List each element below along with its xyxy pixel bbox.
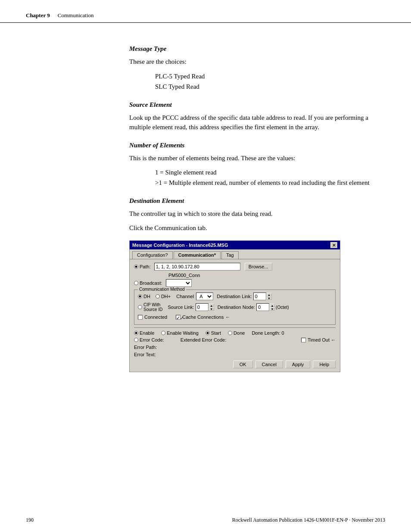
dest-node-up[interactable]: ▲ [270, 304, 275, 307]
section-destination-element: Destination Element The controller tag i… [129, 197, 385, 233]
dest-node-input[interactable] [256, 303, 269, 311]
page-footer: 190 Rockwell Automation Publication 1426… [0, 517, 411, 523]
tab-configuration[interactable]: Configuration? [132, 251, 173, 259]
click-comm-tab-text: Click the Communication tab. [129, 223, 385, 233]
path-radio[interactable]: Path: [134, 264, 151, 269]
connected-check-box [138, 315, 143, 320]
channel-select[interactable]: A [196, 292, 213, 300]
section-message-type: Message Type These are the choices: PLC-… [129, 45, 385, 92]
enable-label: Enable [140, 330, 154, 336]
broadcast-radio[interactable]: Broadcast: [134, 280, 162, 286]
page-header: Chapter 9 Communication [0, 0, 411, 23]
cache-checkbox[interactable]: ✓ Cache Connections [176, 314, 224, 320]
dest-node-label: Destination Node: [218, 305, 255, 310]
done-radio[interactable]: Done [228, 330, 245, 336]
error-text-row: Error Text: [134, 352, 336, 357]
timed-out-checkbox[interactable]: Timed Out ← [301, 337, 336, 342]
publication-info: Rockwell Automation Publication 1426-UM0… [232, 517, 385, 523]
enable-waiting-label: Enable Waiting [167, 330, 199, 336]
path-subvalue: PM5000_Conn [168, 273, 200, 278]
dialog-titlebar: Message Configuration - Instance625.MSG … [130, 241, 340, 249]
dh-plus-radio-circle [156, 294, 160, 299]
status-row: Enable Enable Waiting Start Done Done Le… [134, 330, 336, 336]
error-path-label: Error Path: [134, 345, 157, 350]
list-item: PLC-5 Typed Read [155, 71, 385, 81]
connected-label: Connected [144, 314, 167, 320]
done-length-label: Done Length: 0 [252, 330, 284, 336]
number-elements-list: 1 = Single element read >1 = Multiple el… [155, 167, 385, 188]
tab-tag[interactable]: Tag [221, 251, 239, 259]
enable-waiting-radio[interactable]: Enable Waiting [161, 330, 199, 336]
octet-label: (Octet) [276, 305, 289, 310]
start-label: Start [211, 330, 221, 336]
number-elements-intro: This is the number of elements being rea… [129, 153, 385, 163]
browse-button[interactable]: Browse... [245, 263, 272, 271]
list-item: SLC Typed Read [155, 81, 385, 92]
source-element-text: Look up the PCCC address of the specific… [129, 113, 385, 132]
list-item: >1 = Multiple element read, number of el… [155, 177, 385, 188]
done-label: Done [234, 330, 245, 336]
path-label: Path: [140, 264, 151, 269]
cip-radio-circle [138, 305, 142, 309]
connected-checkbox[interactable]: Connected [138, 314, 167, 320]
source-link-input[interactable] [196, 303, 209, 311]
dest-link-up[interactable]: ▲ [267, 293, 272, 296]
dh-row: DH DH+ Channel A Destination Link: ▲ ▼ [138, 292, 332, 300]
separator [134, 327, 336, 328]
dh-plus-radio[interactable]: DH+ [156, 294, 171, 299]
section-label: Communication [58, 12, 94, 19]
channel-label: Channel [176, 294, 194, 299]
start-radio[interactable]: Start [206, 330, 221, 336]
message-type-intro: These are the choices: [129, 57, 385, 67]
chapter-label: Chapter 9 [26, 12, 50, 19]
dh-radio-circle [138, 294, 142, 299]
comm-method-label: Communication Method [138, 287, 186, 292]
dest-link-down[interactable]: ▼ [267, 296, 272, 300]
cache-label: Cache Connections [182, 314, 224, 320]
source-link-down[interactable]: ▼ [209, 307, 214, 311]
timed-out-check-box [301, 338, 306, 342]
path-subvalue-row: PM5000_Conn [134, 273, 336, 278]
tab-communication[interactable]: Communication* [174, 251, 221, 259]
heading-source-element: Source Element [129, 101, 385, 109]
cancel-button[interactable]: Cancel [255, 361, 283, 368]
broadcast-radio-circle [134, 281, 138, 285]
enable-radio-circle [134, 331, 138, 335]
dialog-title: Message Configuration - Instance625.MSG [132, 243, 228, 248]
timed-out-label: Timed Out ← [308, 337, 336, 342]
broadcast-row: Broadcast: [134, 279, 336, 287]
cip-row: CIP WithSource ID Source Link: ▲ ▼ Desti… [138, 302, 332, 312]
page-number: 190 [26, 517, 34, 523]
close-icon[interactable]: ✕ [330, 242, 337, 248]
cache-arrow: ← [225, 314, 230, 320]
error-code-radio[interactable]: Error Code: [134, 337, 164, 342]
broadcast-label: Broadcast: [140, 280, 162, 286]
error-code-circle [134, 338, 138, 342]
dest-link-input[interactable] [253, 292, 266, 300]
start-radio-circle [206, 331, 210, 335]
path-radio-circle [134, 264, 138, 269]
heading-message-type: Message Type [129, 45, 385, 53]
error-code-label: Error Code: [140, 337, 164, 342]
source-link-label: Source Link: [168, 305, 194, 310]
list-item: 1 = Single element read [155, 167, 385, 177]
apply-button[interactable]: Apply [286, 361, 311, 368]
path-input[interactable] [154, 263, 240, 271]
source-link-up[interactable]: ▲ [209, 304, 214, 307]
enable-radio[interactable]: Enable [134, 330, 154, 336]
dialog-tabs: Configuration? Communication* Tag [130, 249, 340, 259]
broadcast-select[interactable] [166, 279, 192, 287]
cip-radio[interactable]: CIP WithSource ID [138, 302, 162, 312]
dialog-screenshot: Message Configuration - Instance625.MSG … [129, 240, 340, 372]
error-path-row: Error Path: [134, 345, 336, 350]
done-radio-circle [228, 331, 232, 335]
dest-node-down[interactable]: ▼ [270, 307, 275, 311]
help-button[interactable]: Help [313, 361, 336, 368]
dh-radio[interactable]: DH [138, 294, 150, 299]
error-row: Error Code: Extended Error Code: Timed O… [134, 337, 336, 342]
ok-button[interactable]: OK [233, 361, 253, 368]
section-source-element: Source Element Look up the PCCC address … [129, 101, 385, 132]
section-number-of-elements: Number of Elements This is the number of… [129, 142, 385, 188]
error-text-label: Error Text: [134, 352, 156, 357]
dest-link-label: Destination Link: [217, 294, 252, 299]
